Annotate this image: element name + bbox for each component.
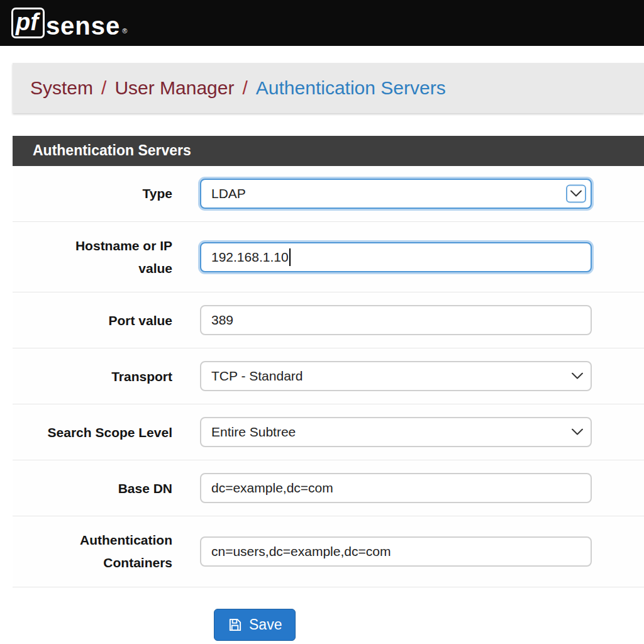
field-label-wrap: Type	[13, 182, 200, 205]
chevron-down-icon	[572, 429, 583, 436]
form-row: Transport TCP - Standard	[13, 348, 644, 404]
field-label: Type	[40, 182, 200, 205]
auth-containers-input[interactable]: cn=users,dc=example,dc=com	[200, 536, 592, 567]
field-value: dc=example,dc=com	[211, 480, 333, 496]
breadcrumb-user-manager[interactable]: User Manager	[114, 77, 234, 99]
field-value: 192.168.1.10	[211, 250, 289, 265]
field-label: Base DN	[40, 477, 200, 500]
field-label-wrap: Base DN	[13, 477, 200, 500]
base-dn-input[interactable]: dc=example,dc=com	[200, 473, 592, 503]
field-label: Port value	[40, 309, 200, 332]
breadcrumb: System / User Manager / Authentication S…	[13, 63, 644, 113]
field-value: 389	[211, 313, 233, 328]
field-label: Authentication Containers	[40, 529, 200, 574]
breadcrumb-authentication-servers: Authentication Servers	[256, 77, 446, 99]
search-scope-select[interactable]: Entire Subtree	[200, 417, 592, 447]
form-row: Authentication Containers cn=users,dc=ex…	[13, 516, 644, 587]
breadcrumb-separator: /	[101, 77, 106, 99]
panel-title: Authentication Servers	[13, 136, 644, 166]
hostname-input[interactable]: 192.168.1.10	[200, 242, 592, 272]
field-value: cn=users,dc=example,dc=com	[211, 544, 391, 559]
field-label-wrap: Port value	[13, 309, 200, 332]
text-cursor	[289, 248, 291, 266]
form-row: Search Scope Level Entire Subtree	[13, 404, 644, 460]
field-label-wrap: Authentication Containers	[13, 529, 200, 574]
chevron-down-icon	[572, 373, 583, 380]
logo-sense: sense	[46, 13, 120, 38]
type-select[interactable]: LDAP	[200, 179, 592, 209]
form-row: Base DN dc=example,dc=com	[13, 460, 644, 516]
field-value: LDAP	[211, 186, 246, 201]
form-row: Port value 389	[13, 292, 644, 348]
form-rows: Type LDAP Hostname or IP value 192.168.1…	[13, 166, 644, 587]
port-input[interactable]: 389	[200, 305, 592, 335]
form-row: Type LDAP	[13, 166, 644, 222]
save-icon	[228, 618, 242, 632]
field-label: Search Scope Level	[40, 421, 200, 444]
field-value: Entire Subtree	[211, 425, 296, 440]
registered-mark: ®	[122, 27, 127, 35]
field-label: Transport	[40, 365, 200, 388]
pfsense-logo[interactable]: pf sense ®	[11, 8, 127, 39]
save-button-label: Save	[249, 616, 282, 633]
breadcrumb-system[interactable]: System	[30, 77, 93, 99]
logo-pf: pf	[11, 8, 45, 39]
save-row: Save	[13, 587, 644, 641]
field-label-wrap: Search Scope Level	[13, 421, 200, 444]
transport-select[interactable]: TCP - Standard	[200, 361, 592, 391]
authentication-servers-panel: Authentication Servers Type LDAP Hostnam…	[13, 136, 644, 641]
save-button[interactable]: Save	[214, 609, 296, 641]
field-label: Hostname or IP value	[40, 235, 200, 279]
breadcrumb-separator: /	[242, 77, 247, 99]
top-bar: pf sense ®	[0, 0, 644, 46]
form-row: Hostname or IP value 192.168.1.10	[13, 222, 644, 292]
field-value: TCP - Standard	[211, 369, 303, 384]
field-label-wrap: Transport	[13, 365, 200, 388]
field-label-wrap: Hostname or IP value	[13, 235, 200, 279]
chevron-down-icon	[566, 185, 586, 203]
